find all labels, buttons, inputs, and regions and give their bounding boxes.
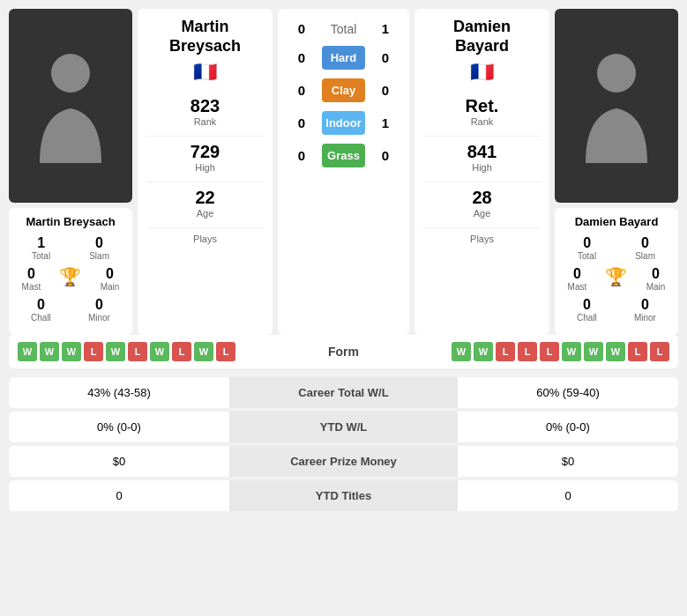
right-trophy: 🏆 — [605, 266, 627, 292]
left-mast-stat: 0 Mast — [22, 266, 41, 292]
left-age-block: 22 Age — [146, 182, 264, 224]
right-player-stats-card: Damien Bayard 0 Total 0 Slam 0 Mast — [555, 208, 678, 335]
table-row: 0% (0-0)YTD W/L0% (0-0) — [9, 412, 678, 442]
left-plays-label: Plays — [146, 234, 264, 244]
left-player-stats-card: Martin Breysach 1 Total 0 Slam 0 Mast — [9, 208, 132, 335]
right-slam-stat: 0 Slam — [635, 235, 655, 261]
left-player-photo — [9, 9, 132, 203]
left-rank-block: 823 Rank — [146, 91, 264, 132]
right-minor-value: 0 — [634, 297, 656, 313]
left-form-badge-w: W — [62, 342, 81, 361]
left-form-badge-w: W — [194, 342, 213, 361]
table-row: $0Career Prize Money$0 — [9, 446, 678, 477]
left-player-flag: 🇫🇷 — [146, 61, 264, 84]
right-stats-row-1: 0 Total 0 Slam — [558, 235, 675, 261]
left-trophy-icon: 🏆 — [59, 266, 81, 287]
right-main-value: 0 — [646, 266, 666, 282]
left-minor-stat: 0 Minor — [88, 297, 110, 323]
stats-left-value: 0 — [9, 480, 229, 511]
left-mast-value: 0 — [22, 266, 41, 282]
right-total-label: Total — [578, 251, 596, 261]
hard-court-button[interactable]: Hard — [322, 46, 365, 70]
left-trophy: 🏆 — [59, 266, 81, 292]
stats-left-value: 43% (43-58) — [9, 377, 229, 408]
top-section: Martin Breysach 1 Total 0 Slam 0 Mast — [9, 9, 678, 335]
stats-label: Career Prize Money — [229, 446, 458, 477]
left-form-badge-w: W — [18, 342, 37, 361]
total-left-score: 0 — [288, 21, 315, 36]
left-rank-value: 823 — [146, 96, 264, 116]
left-minor-label: Minor — [88, 313, 110, 323]
center-courts-section: 0 Total 1 0 Hard 0 0 Clay 0 0 Indoor 1 — [278, 9, 409, 335]
left-stats-row-1: 1 Total 0 Slam — [12, 235, 129, 261]
right-total-value: 0 — [578, 235, 596, 251]
left-plays-block: Plays — [146, 227, 264, 249]
indoor-left-score: 0 — [288, 115, 315, 130]
left-high-block: 729 High — [146, 136, 264, 178]
right-total-stat: 0 Total — [578, 235, 596, 261]
left-age-value: 22 — [146, 188, 264, 208]
right-player-silhouette — [577, 48, 656, 163]
right-form-badge-l: L — [518, 342, 537, 361]
right-stats-row-3: 0 Chall 0 Minor — [558, 297, 675, 323]
left-player-name-header: Martin Breysach — [146, 18, 264, 56]
stats-label: YTD Titles — [229, 480, 458, 511]
left-slam-label: Slam — [89, 251, 109, 261]
right-chall-stat: 0 Chall — [577, 297, 597, 323]
right-high-label: High — [423, 162, 541, 173]
right-stats-row-2: 0 Mast 🏆 0 Main — [558, 266, 675, 292]
right-minor-label: Minor — [634, 313, 656, 323]
left-stats-row-3: 0 Chall 0 Minor — [12, 297, 129, 323]
right-form-badges: WWLLLWWWLL — [388, 342, 670, 361]
stats-label: Career Total W/L — [229, 377, 458, 408]
stats-right-value: $0 — [458, 446, 678, 477]
left-rank-label: Rank — [146, 116, 264, 127]
left-main-value: 0 — [101, 266, 120, 282]
right-plays-block: Plays — [423, 227, 541, 249]
left-chall-value: 0 — [31, 297, 51, 313]
left-player-column: Martin Breysach 1 Total 0 Slam 0 Mast — [9, 9, 132, 335]
left-player-silhouette — [31, 48, 110, 163]
right-age-block: 28 Age — [423, 182, 541, 224]
right-form-badge-l: L — [540, 342, 559, 361]
left-total-label: Total — [32, 251, 50, 261]
left-form-badges: WWWLWLWLWL — [18, 342, 300, 361]
grass-court-button[interactable]: Grass — [322, 144, 365, 167]
left-rankings-card: Martin Breysach 🇫🇷 823 Rank 729 High 22 … — [138, 9, 273, 335]
grass-left-score: 0 — [288, 148, 315, 163]
indoor-court-button[interactable]: Indoor — [322, 111, 365, 135]
left-chall-label: Chall — [31, 313, 51, 323]
left-high-value: 729 — [146, 142, 264, 162]
clay-court-button[interactable]: Clay — [322, 78, 365, 102]
left-info-grid: 823 Rank 729 High 22 Age Plays — [146, 91, 264, 249]
total-right-score: 1 — [372, 21, 399, 36]
form-section: WWWLWLWLWL Form WWLLLWWWLL — [9, 335, 678, 368]
right-high-value: 841 — [423, 142, 541, 162]
stats-left-value: $0 — [9, 446, 229, 477]
left-form-badge-l: L — [128, 342, 147, 361]
stats-right-value: 0 — [458, 480, 678, 511]
left-age-label: Age — [146, 208, 264, 219]
svg-point-0 — [51, 54, 90, 93]
indoor-right-score: 1 — [372, 115, 399, 130]
form-label: Form — [300, 345, 388, 359]
right-form-badge-l: L — [496, 342, 515, 361]
left-form-badge-l: L — [216, 342, 235, 361]
right-rankings-card: Damien Bayard 🇫🇷 Ret. Rank 841 High 28 A… — [414, 9, 549, 335]
table-row: 43% (43-58)Career Total W/L60% (59-40) — [9, 377, 678, 408]
hard-left-score: 0 — [288, 50, 315, 65]
right-player-column: Damien Bayard 0 Total 0 Slam 0 Mast — [555, 9, 678, 335]
stats-label: YTD W/L — [229, 412, 458, 442]
right-form-badge-w: W — [584, 342, 603, 361]
right-slam-label: Slam — [635, 251, 655, 261]
left-minor-value: 0 — [88, 297, 110, 313]
left-stats-row-2: 0 Mast 🏆 0 Main — [12, 266, 129, 292]
right-trophy-icon: 🏆 — [605, 266, 627, 287]
right-mast-label: Mast — [568, 282, 587, 292]
right-main-label: Main — [646, 282, 666, 292]
table-row: 0YTD Titles0 — [9, 480, 678, 511]
right-slam-value: 0 — [635, 235, 655, 251]
right-plays-label: Plays — [423, 234, 541, 244]
svg-point-1 — [597, 54, 636, 93]
right-rank-value: Ret. — [423, 96, 541, 116]
